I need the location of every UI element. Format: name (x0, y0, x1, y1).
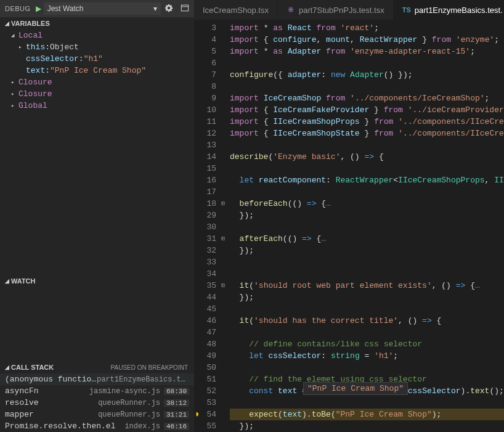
debug-toolbar: DEBUG ▶ Jest Watch ▾ (0, 0, 194, 17)
callstack-body: (anonymous function) part1EnzymeBasics.t… (0, 373, 194, 432)
chevron-right-icon: ▸ (11, 102, 17, 109)
scope-closure[interactable]: ▸ Closure (0, 88, 194, 100)
watch-header[interactable]: ◢ WATCH (0, 275, 194, 287)
var-this[interactable]: ▸ this: Object (0, 41, 194, 53)
debug-label: DEBUG (5, 5, 31, 12)
debug-config-name: Jest Watch (47, 4, 84, 13)
var-cssselector[interactable]: cssSelector: "h1" (0, 53, 194, 65)
variables-body: ◢ Local ▸ this: Object cssSelector: "h1"… (0, 30, 194, 112)
play-icon[interactable]: ▶ (36, 4, 41, 13)
debug-config-select[interactable]: Jest Watch ▾ (44, 2, 161, 15)
svg-rect-0 (181, 5, 188, 11)
watch-title: WATCH (11, 277, 36, 285)
tab-label: part1EnzymeBasics.test. (415, 6, 503, 15)
watch-body[interactable] (0, 287, 194, 361)
debug-tooltip: "PnP Ice Cream Shop" (303, 382, 408, 395)
ts-icon: TS (402, 6, 411, 14)
callstack-frame[interactable]: Promise.resolve.then.el index.js 46:16 (0, 420, 194, 432)
code-editor[interactable]: 3456789101112131415161718293031323334354… (194, 20, 504, 432)
tab-part7[interactable]: ❋ part7StubPnPJs.test.tsx (278, 0, 394, 20)
var-text[interactable]: text: "PnP Ice Cream Shop" (0, 65, 194, 76)
variables-title: VARIABLES (11, 20, 50, 27)
tab-label: IceCreamShop.tsx (203, 6, 269, 15)
callstack-frame[interactable]: (anonymous function) part1EnzymeBasics.t… (0, 373, 194, 385)
fold-gutter[interactable]: ⊞⊞⊞ (221, 20, 230, 432)
scope-closure[interactable]: ▸ Closure (0, 76, 194, 88)
tab-icecreamshop[interactable]: IceCreamShop.tsx (194, 0, 278, 20)
chevron-right-icon: ▸ (11, 79, 17, 86)
debug-status: PAUSED ON BREAKPOINT (111, 364, 188, 371)
chevron-down-icon: ◢ (11, 32, 17, 39)
callstack-frame[interactable]: resolve queueRunner.js 38:12 (0, 397, 194, 409)
test-icon: ❋ (287, 6, 295, 14)
callstack-frame[interactable]: asyncFn jasmine-async.js 68:30 (0, 385, 194, 397)
code-content[interactable]: import * as React from 'react'; import {… (230, 20, 504, 432)
callstack-header[interactable]: ◢ CALL STACK PAUSED ON BREAKPOINT (0, 361, 194, 373)
chevron-down-icon: ▾ (153, 4, 157, 13)
console-icon[interactable] (181, 4, 189, 14)
line-gutter: 3456789101112131415161718293031323334354… (194, 20, 221, 432)
callstack-frame[interactable]: mapper queueRunner.js 31:21 (0, 409, 194, 420)
tab-part1[interactable]: TS part1EnzymeBasics.test. (394, 0, 504, 20)
variables-header[interactable]: ◢ VARIABLES (0, 17, 194, 30)
callstack-title: CALL STACK (11, 364, 54, 371)
editor-tabs: IceCreamShop.tsx ❋ part7StubPnPJs.test.t… (194, 0, 504, 20)
chevron-down-icon: ◢ (2, 20, 11, 26)
scope-local[interactable]: ◢ Local (0, 30, 194, 41)
chevron-down-icon: ◢ (2, 278, 11, 284)
tab-label: part7StubPnPJs.test.tsx (299, 6, 384, 15)
gear-icon[interactable] (165, 4, 173, 14)
chevron-down-icon: ◢ (2, 364, 11, 370)
scope-global[interactable]: ▸ Global (0, 100, 194, 112)
chevron-right-icon: ▸ (11, 91, 17, 97)
chevron-right-icon: ▸ (18, 44, 25, 51)
